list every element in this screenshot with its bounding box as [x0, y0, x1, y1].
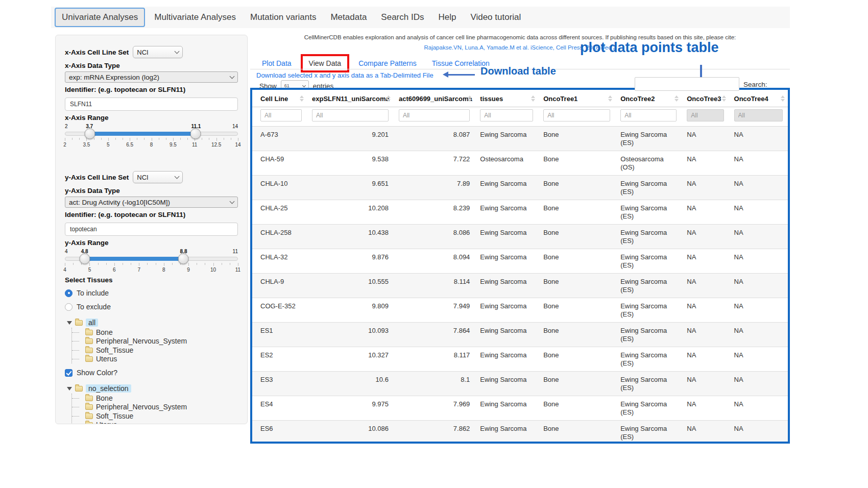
table-row-cha-59[interactable]: CHA-599.5387.722OsteosarcomaBoneOsteosar… [252, 151, 788, 176]
tree-node-bone[interactable]: Bone [80, 394, 238, 403]
column-filter-input-tissues[interactable] [480, 109, 533, 121]
top-navbar: Univariate AnalysesMultivariate Analyses… [51, 7, 790, 28]
sort-icon[interactable] [722, 95, 726, 102]
column-header-oncotree2[interactable]: OncoTree2 [615, 90, 682, 107]
table-row-es6[interactable]: ES610.0867.862Ewing SarcomaBoneEwing Sar… [252, 421, 788, 444]
tree-root-label[interactable]: no_selection [86, 384, 131, 393]
sort-icon[interactable] [674, 95, 679, 102]
x-data-type-select[interactable]: exp: mRNA Expression (log2) [65, 71, 238, 83]
table-cell: Ewing Sarcoma [475, 225, 538, 249]
table-cell: 7.862 [394, 421, 475, 444]
table-row-es2[interactable]: ES210.3278.117Ewing SarcomaBoneEwing Sar… [252, 347, 788, 372]
column-header-oncotree1[interactable]: OncoTree1 [538, 90, 615, 107]
table-row-chla-10[interactable]: CHLA-109.6517.89Ewing SarcomaBoneEwing S… [252, 176, 788, 200]
column-filter-input-oncotree2[interactable] [620, 109, 677, 121]
tree-node-uterus[interactable]: Uterus [80, 421, 238, 425]
folder-icon [85, 404, 93, 410]
sort-icon[interactable] [387, 95, 391, 102]
table-row-es4[interactable]: ES49.9757.969Ewing SarcomaBoneEwing Sarc… [252, 396, 788, 421]
table-row-es3[interactable]: ES310.68.1Ewing SarcomaBoneEwing Sarcoma… [252, 372, 788, 396]
y-cell-line-set-select[interactable]: NCI [133, 171, 183, 183]
slider-handle-high[interactable] [190, 129, 201, 139]
folder-icon [85, 338, 93, 344]
slider-track[interactable] [65, 132, 238, 136]
chevron-down-icon [175, 48, 180, 54]
tree-node-peripheral-nervous-system[interactable]: Peripheral_Nervous_System [80, 403, 238, 412]
table-cell: Ewing Sarcoma [475, 200, 538, 225]
tree-expander-icon[interactable] [67, 321, 72, 325]
search-input[interactable] [635, 77, 739, 91]
slider-tick-label: 14 [235, 142, 240, 148]
to-include-radio[interactable]: To include [65, 288, 238, 298]
tree-expander-icon[interactable] [67, 387, 72, 391]
nav-tab-multivariate-analyses[interactable]: Multivariate Analyses [147, 12, 243, 22]
table-row-chla-258[interactable]: CHLA-25810.4388.086Ewing SarcomaBoneEwin… [252, 225, 788, 249]
nav-tab-mutation-variants[interactable]: Mutation variants [243, 12, 323, 22]
tree-node-uterus[interactable]: Uterus [80, 355, 238, 364]
table-row-chla-9[interactable]: CHLA-910.5558.114Ewing SarcomaBoneEwing … [252, 274, 788, 298]
table-cell: CHLA-258 [252, 225, 307, 249]
column-header-cell-line[interactable]: Cell Line [252, 90, 307, 107]
table-row-a-673[interactable]: A-6739.2018.087Ewing SarcomaBoneEwing Sa… [252, 127, 788, 151]
column-filter-input-expslfn11-unisarcoma[interactable] [312, 109, 389, 121]
folder-icon [85, 356, 93, 362]
table-row-chla-32[interactable]: CHLA-329.8768.094Ewing SarcomaBoneEwing … [252, 249, 788, 274]
slider-handle-low[interactable] [80, 254, 90, 264]
nav-tab-univariate-analyses[interactable]: Univariate Analyses [55, 8, 145, 27]
y-identifier-input[interactable] [65, 223, 238, 236]
table-cell: Osteosarcoma (OS) [615, 151, 682, 176]
table-cell: 8.114 [394, 274, 475, 298]
download-tab-delimited-link[interactable]: Download selected x and y axis data as a… [256, 71, 433, 79]
table-row-es1[interactable]: ES110.0937.864Ewing SarcomaBoneEwing Sar… [252, 323, 788, 347]
x-cell-line-set-select[interactable]: NCI [133, 46, 183, 58]
table-cell: ES4 [252, 396, 307, 421]
tree-node-peripheral-nervous-system[interactable]: Peripheral_Nervous_System [80, 337, 238, 346]
slider-track[interactable] [65, 257, 238, 261]
nav-tab-search-ids[interactable]: Search IDs [374, 12, 431, 22]
table-cell: CHLA-9 [252, 274, 307, 298]
folder-icon [85, 422, 93, 424]
table-cell: Ewing Sarcoma [475, 347, 538, 372]
x-range-slider[interactable]: 2 3.7 11.1 14 23.556.589.51112.514 [65, 124, 238, 148]
nav-tab-metadata[interactable]: Metadata [323, 12, 374, 22]
sort-icon[interactable] [531, 95, 535, 102]
table-cell: 8.087 [394, 127, 475, 151]
column-filter-input-cell-line[interactable] [260, 109, 302, 121]
column-header-oncotree3[interactable]: OncoTree3 [682, 90, 729, 107]
tree-node-soft-tissue[interactable]: Soft_Tissue [80, 411, 238, 421]
chevron-down-icon [302, 83, 306, 87]
column-header-oncotree4[interactable]: OncoTree4 [729, 90, 788, 107]
tree-node-soft-tissue[interactable]: Soft_Tissue [80, 346, 238, 355]
nav-tab-video-tutorial[interactable]: Video tutorial [463, 12, 528, 22]
column-header-tissues[interactable]: tissues [475, 90, 538, 107]
show-color-checkbox[interactable]: Show Color? [65, 368, 238, 377]
slider-handle-high[interactable] [178, 254, 189, 264]
table-cell: Ewing Sarcoma (ES) [615, 421, 682, 444]
sort-icon[interactable] [608, 95, 612, 102]
column-filter-input-oncotree1[interactable] [543, 109, 610, 121]
table-row-chla-25[interactable]: CHLA-2510.2088.239Ewing SarcomaBoneEwing… [252, 200, 788, 225]
column-header-expslfn11-unisarcoma[interactable]: expSLFN11_uniSarcoma [307, 90, 394, 107]
y-range-slider[interactable]: 4 4.8 8.8 11 4567891011 [65, 249, 238, 273]
tree-root-label[interactable]: all [86, 319, 98, 327]
column-header-act609699-unisarcoma[interactable]: act609699_uniSarcoma [394, 90, 475, 107]
table-cell: Bone [538, 372, 615, 396]
tab-view-data[interactable]: View Data [301, 54, 350, 72]
column-filter-input-act609699-unisarcoma[interactable] [399, 109, 470, 121]
x-identifier-input[interactable] [65, 97, 238, 111]
sort-icon[interactable] [468, 95, 472, 102]
table-cell: A-673 [252, 127, 307, 151]
sort-icon[interactable] [300, 95, 304, 102]
slider-tick-label: 4 [63, 267, 66, 273]
table-cell: NA [729, 298, 788, 323]
x-cell-line-set-label: x-Axis Cell Line Set [65, 48, 129, 56]
data-table: Cell Line expSLFN11_uniSarcoma act609699… [252, 90, 788, 444]
nav-tab-help[interactable]: Help [431, 12, 463, 22]
slider-handle-low[interactable] [84, 129, 95, 139]
tree-node-bone[interactable]: Bone [80, 328, 238, 337]
search-label: Search: [743, 81, 767, 88]
y-data-type-select[interactable]: act: Drug Activity (-log10[IC50M]) [65, 197, 238, 208]
sort-icon[interactable] [781, 95, 785, 102]
to-exclude-radio[interactable]: To exclude [65, 302, 238, 311]
table-row-cog-e-352[interactable]: COG-E-3529.8097.949Ewing SarcomaBoneEwin… [252, 298, 788, 323]
